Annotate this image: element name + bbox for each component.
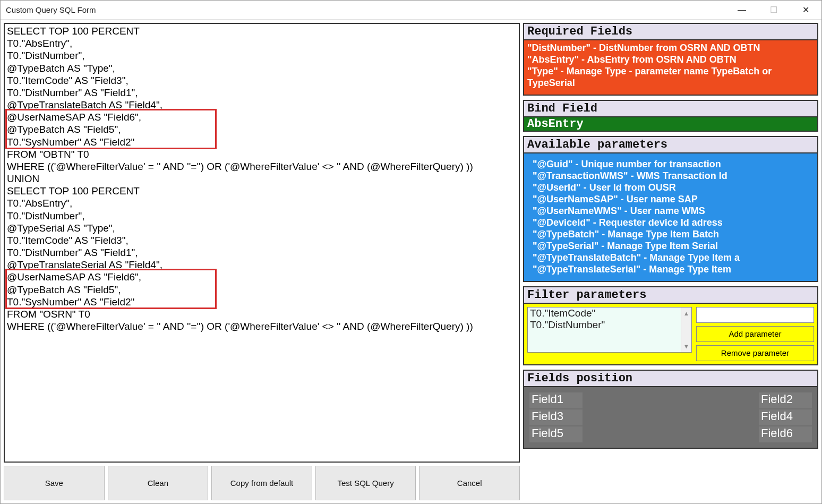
field-spacer (584, 409, 758, 425)
param-item: "@TransactionWMS" - WMS Transaction Id (533, 170, 814, 182)
field-spacer (584, 392, 758, 408)
sql-line: UNION (7, 173, 517, 185)
param-item: "@UserNameSAP" - User name SAP (533, 194, 814, 206)
sql-line: T0."DistNumber", (7, 49, 517, 62)
field-slot[interactable]: Field4 (759, 409, 812, 425)
available-parameters-panel: Available parameters "@Guid" - Unique nu… (523, 136, 818, 282)
sql-line: @TypeBatch AS "Field5", (7, 284, 517, 296)
sql-line: T0."AbsEntry", (7, 37, 517, 49)
param-item: "@TypeTranslateSerial" - Manage Type Ite… (533, 264, 814, 276)
filter-list-item[interactable]: T0."DistNumber" (530, 319, 689, 331)
filter-list-item[interactable]: T0."ItemCode" (530, 307, 689, 319)
filter-list-scrollbar[interactable]: ▲ ▼ (681, 307, 691, 352)
param-item: "@DeviceId" - Requester device Id adress (533, 217, 814, 229)
sql-line: @TypeSerial AS "Type", (7, 222, 517, 234)
bind-field-panel: Bind Field AbsEntry (523, 100, 818, 132)
param-item: "@Guid" - Unique number for transaction (533, 159, 814, 170)
filter-parameters-header: Filter parameters (524, 287, 817, 304)
required-field-item: "Type" - Manage Type - parameter name Ty… (527, 66, 814, 89)
filter-parameters-panel: Filter parameters T0."ItemCode" T0."Dist… (523, 286, 818, 365)
field-slot[interactable]: Field1 (529, 392, 583, 408)
fields-position-panel: Fields position Field1 Field2 Field3 Fie… (523, 370, 818, 449)
sql-line: WHERE (('@WhereFilterValue' = '' AND ''=… (7, 160, 517, 173)
sql-line: SELECT TOP 100 PERCENT (7, 25, 517, 37)
sql-line: @UserNameSAP AS "Field6", (7, 111, 517, 123)
titlebar: Custom Query SQL Form — ☐ ✕ (1, 1, 821, 20)
close-button[interactable]: ✕ (790, 1, 821, 19)
sql-line: SELECT TOP 100 PERCENT (7, 185, 517, 197)
field-slot[interactable]: Field5 (529, 426, 583, 442)
remove-parameter-button[interactable]: Remove parameter (696, 345, 814, 361)
field-slot[interactable]: Field6 (759, 426, 812, 442)
fields-position-grid: Field1 Field2 Field3 Field4 Field5 Field… (524, 387, 817, 448)
field-slot[interactable]: Field3 (529, 409, 583, 425)
minimize-button[interactable]: — (726, 1, 758, 19)
filter-params-list[interactable]: T0."ItemCode" T0."DistNumber" ▲ ▼ (527, 307, 692, 353)
test-sql-query-button[interactable]: Test SQL Query (315, 466, 416, 500)
maximize-button: ☐ (758, 1, 790, 19)
param-item: "@TypeTranslateBatch" - Manage Type Item… (533, 252, 814, 264)
sql-line: FROM "OSRN" T0 (7, 308, 517, 320)
field-slot[interactable]: Field2 (759, 392, 812, 408)
sql-line: @TypeBatch AS "Type", (7, 62, 517, 74)
param-item: "@UserNameWMS" - User name WMS (533, 206, 814, 217)
sql-line: FROM "OBTN" T0 (7, 148, 517, 160)
sql-line: T0."AbsEntry", (7, 197, 517, 209)
sql-line: T0."SysNumber" AS "Field2" (7, 136, 517, 148)
sql-line: @TypeTranslateSerial AS "Field4", (7, 259, 517, 271)
add-parameter-button[interactable]: Add parameter (696, 326, 814, 342)
param-item: "@UserId" - User Id from OUSR (533, 182, 814, 194)
cancel-button[interactable]: Cancel (419, 466, 520, 500)
available-parameters-body: "@Guid" - Unique number for transaction … (524, 153, 817, 281)
copy-from-default-button[interactable]: Copy from default (211, 466, 312, 500)
clean-button[interactable]: Clean (108, 466, 209, 500)
sql-line: T0."DistNumber", (7, 210, 517, 222)
param-item: "@TypeSerial" - Manage Type Item Serial (533, 241, 814, 252)
required-fields-header: Required Fields (524, 24, 817, 40)
sql-line: @TypeBatch AS "Field5", (7, 123, 517, 135)
bind-field-header: Bind Field (524, 101, 817, 117)
sql-line: T0."DistNumber" AS "Field1", (7, 87, 517, 99)
sql-line: T0."SysNumber" AS "Field2" (7, 296, 517, 308)
required-field-item: "DistNumber" - DistNumber from OSRN AND … (527, 42, 814, 54)
sql-line: @UserNameSAP AS "Field6", (7, 271, 517, 283)
bind-field-value: AbsEntry (524, 117, 817, 131)
window-title: Custom Query SQL Form (6, 5, 96, 14)
scroll-track[interactable] (681, 319, 691, 340)
window-controls: — ☐ ✕ (726, 1, 821, 19)
sql-line: T0."ItemCode" AS "Field3", (7, 74, 517, 87)
sql-line: T0."DistNumber" AS "Field1", (7, 246, 517, 259)
field-spacer (584, 426, 758, 442)
param-item: "@TypeBatch" - Manage Type Item Batch (533, 229, 814, 241)
required-field-item: "AbsEntry" - AbsEntry from OSRN AND OBTN (527, 54, 814, 66)
required-fields-panel: Required Fields "DistNumber" - DistNumbe… (523, 23, 818, 96)
sql-line: WHERE (('@WhereFilterValue' = '' AND ''=… (7, 320, 517, 332)
required-fields-body: "DistNumber" - DistNumber from OSRN AND … (524, 40, 817, 95)
scroll-down-icon[interactable]: ▼ (681, 340, 691, 352)
sql-line: @TypeTranslateBatch AS "Field4", (7, 99, 517, 111)
fields-position-header: Fields position (524, 371, 817, 387)
available-parameters-header: Available parameters (524, 137, 817, 153)
filter-param-input[interactable] (696, 307, 814, 323)
sql-line: T0."ItemCode" AS "Field3", (7, 234, 517, 246)
sql-editor[interactable]: SELECT TOP 100 PERCENT T0."AbsEntry", T0… (4, 23, 520, 463)
bottom-button-bar: Save Clean Copy from default Test SQL Qu… (4, 466, 520, 500)
scroll-up-icon[interactable]: ▲ (681, 307, 691, 319)
save-button[interactable]: Save (4, 466, 105, 500)
